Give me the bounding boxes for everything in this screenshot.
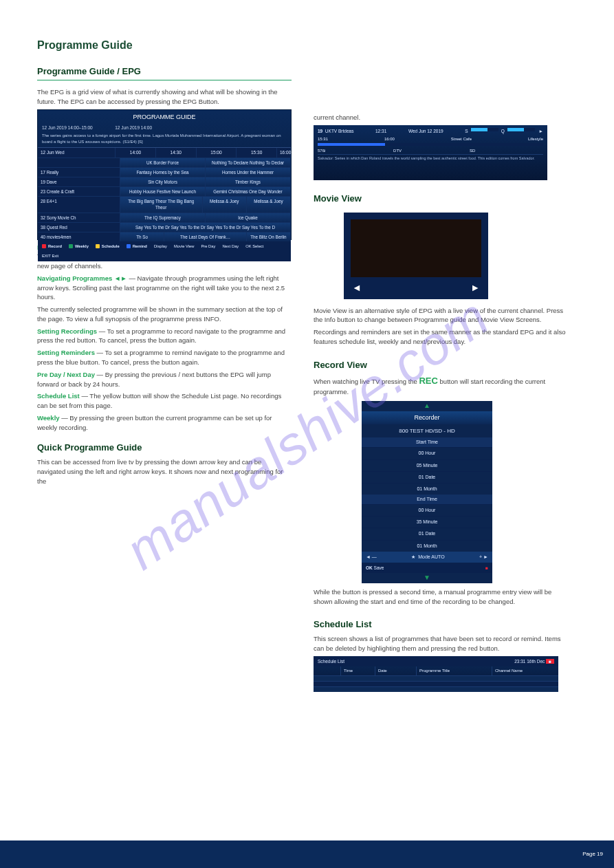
recorder-start-month: 01 Month: [362, 483, 492, 495]
epg-prog: The Blitz On Berlin: [247, 232, 291, 241]
schedule-list-note: Schedule List — The yellow button will s…: [37, 391, 292, 411]
epg-prog: Sin City Motors: [120, 177, 206, 186]
section-schedulelist: Schedule List: [314, 618, 568, 631]
epg-prog: Timber Kings: [206, 177, 291, 186]
epg-time-1: 14:30: [156, 148, 197, 157]
recorder-end-hour: 00 Hour: [362, 504, 492, 516]
mode-right: + ►: [479, 554, 488, 561]
progress-bar-icon: [318, 143, 543, 146]
legend-weekly: Weekly: [75, 243, 89, 249]
infobar-prog: Street Cafe: [451, 136, 472, 142]
rec-indicator-icon: ■: [546, 659, 554, 664]
epg-prog: Ice Quake: [206, 213, 291, 222]
save-label: Save: [374, 565, 384, 570]
sched-col-prog: Programme Title: [417, 666, 492, 675]
infobar-res: 576i: [318, 148, 325, 154]
infobar-sd: SD: [470, 148, 475, 154]
sched-empty-rows: [314, 675, 558, 693]
infobar-start: 15:31: [318, 136, 328, 142]
movieview-screenshot: ◄ ►: [344, 213, 488, 299]
recorder-end-month: 01 Month: [362, 540, 492, 552]
page-number: Page 19: [582, 850, 603, 858]
recordview-text2: While the button is pressed a second tim…: [314, 587, 568, 607]
sched-col-chan: Channel Name: [492, 666, 558, 675]
recorder-end-label: End Time: [362, 495, 492, 504]
star-icon: ★: [411, 554, 415, 559]
leftright-arrows-icon: ◄►: [114, 274, 127, 282]
infobar-dtv: DTV: [393, 148, 402, 154]
infobar-genre: Lifestyle: [528, 136, 543, 142]
infobar-synopsis: Salvador: Series in which Dan Roland tra…: [318, 154, 543, 162]
recorder-title: Recorder: [362, 411, 492, 424]
epg-ch: 17 Really: [38, 168, 120, 177]
epg-synopsis: The series gains access to a foreign air…: [38, 132, 291, 148]
epg-time-0: 14:00: [116, 148, 156, 157]
legend-nextday: Next Day: [222, 243, 239, 249]
epg-dayrow: 12 Jun Wed: [38, 148, 116, 157]
epg-prog: Gemini Christmas One Day Wonder: [206, 187, 291, 196]
section-epg: Programme Guide / EPG: [37, 65, 292, 78]
epg-ch: 23 Create & Craft: [38, 187, 120, 196]
mode-left: ◄ —: [366, 554, 377, 561]
movieview-text2: Recordings and reminders are set in the …: [314, 327, 568, 347]
mode-label: Mode AUTO: [418, 554, 444, 559]
epg-prog: Th So: [120, 232, 164, 241]
section-quickguide: Quick Programme Guide: [37, 442, 292, 455]
ok-label: OK: [366, 565, 373, 570]
section-recordview: Record View: [314, 359, 568, 372]
recorder-start-hour: 00 Hour: [362, 447, 492, 459]
sched-col-0: [314, 666, 341, 675]
infobar-time: 12:31: [375, 128, 386, 134]
epg-prog: Fantasy Homes by the Sea: [120, 168, 206, 177]
sched-col-time: Time: [341, 666, 375, 675]
right-arrow-icon: ►: [470, 281, 480, 294]
epg-date-left: 12 Jun 2019 14:00–15:00: [42, 125, 93, 130]
infobar-chnum: 19: [318, 129, 322, 133]
stop-icon: ■: [485, 565, 488, 571]
quickguide-text: This can be accessed from live tv by pre…: [37, 457, 292, 486]
up-arrow-icon: ▲: [362, 401, 492, 411]
sched-col-date: Date: [375, 666, 417, 675]
epg-prog: The IQ Supremacy: [120, 213, 206, 222]
epg-ch: 40 movies4men: [38, 232, 120, 241]
schedulelist-text: This screen shows a list of programmes t…: [314, 634, 568, 653]
epg-header: PROGRAMME GUIDE: [38, 110, 291, 123]
epg-ch: 38 Quest Red: [38, 223, 120, 232]
set-reminders: Setting Reminders — To set a programme t…: [37, 348, 292, 367]
legend-movieview: Movie View: [174, 243, 195, 249]
divider: [37, 80, 292, 80]
sched-time: 23:31 16th Dec: [514, 659, 545, 664]
legend-schedule: Schedule: [102, 243, 120, 249]
epg-rows: UK Border ForceNothing To Declare Nothin…: [38, 158, 291, 241]
epg-ch: [38, 158, 120, 167]
epg-prog: The Last Days Of Frank…: [164, 232, 247, 241]
epg-ch: 28 E4+1: [38, 197, 120, 212]
legend-select: OK Select: [245, 243, 263, 249]
epg-time-2: 15:00: [197, 148, 237, 157]
weekly-note: Weekly — By pressing the green button th…: [37, 413, 292, 433]
legend-preday: Pre Day: [201, 243, 215, 249]
page-title: Programme Guide: [37, 37, 292, 53]
nav-summary: The currently selected programme will be…: [37, 305, 292, 324]
epg-ch: 32 Sony Movie Ch: [38, 213, 120, 222]
epg-time-4: 16:00: [277, 148, 291, 157]
movieview-pip: [351, 219, 481, 277]
legend-exit: EXIT Exit: [42, 253, 58, 259]
recorder-start-label: Start Time: [362, 437, 492, 447]
epg-prog: Melissa & Joey: [203, 197, 247, 212]
quickguide-text-2: current channel.: [314, 113, 568, 122]
rec-button-label: REC: [419, 376, 437, 386]
epg-prog: Say Yes To the Dr Say Yes To the Dr Say …: [120, 223, 291, 232]
recorder-screenshot: ▲ Recorder 800 TEST HD/SD - HD Start Tim…: [362, 401, 492, 583]
infobar-end: 16:00: [384, 136, 395, 142]
signal-bar-icon: [471, 128, 498, 131]
legend-remind: Remind: [133, 243, 147, 249]
recorder-channel: 800 TEST HD/SD - HD: [362, 424, 492, 438]
nav-programmes: Navigating Programmes ◄► — Navigate thro…: [37, 274, 292, 302]
epg-prog: UK Border Force: [120, 158, 206, 167]
quality-bar-icon: [507, 128, 535, 131]
infobar-date: Wed Jun 12 2019: [408, 128, 443, 134]
recorder-end-min: 35 Minute: [362, 516, 492, 528]
recordview-text1: When watching live TV pressing the REC b…: [314, 375, 568, 398]
intro-text: The EPG is a grid view of what is curren…: [37, 87, 292, 107]
